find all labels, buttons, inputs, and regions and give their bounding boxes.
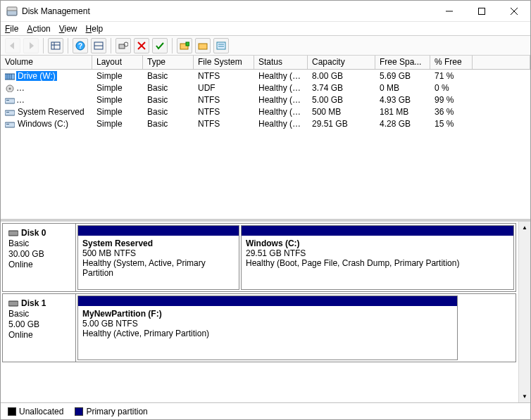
help-button[interactable]: ?	[73, 38, 88, 53]
svg-point-28	[9, 87, 11, 89]
disk-panel: Disk 0Basic30.00 GBOnlineSystem Reserved…	[1, 222, 530, 419]
disk-row: Disk 1Basic5.00 GBOnlineMyNewPartition (…	[2, 293, 516, 362]
window-title: Disk Management	[22, 6, 433, 16]
menu-view[interactable]: View	[59, 24, 77, 34]
drive-icon	[5, 72, 15, 80]
col-end[interactable]	[473, 56, 530, 69]
disk-label[interactable]: Disk 0Basic30.00 GBOnline	[3, 224, 76, 291]
svg-rect-18	[186, 42, 189, 46]
col-freespace[interactable]: Free Spa...	[375, 56, 430, 69]
table-row[interactable]: J_CCSA_X64FRE_E...SimpleBasicUDFHealthy …	[1, 82, 530, 94]
table-row[interactable]: System ReservedSimpleBasicNTFSHealthy (S…	[1, 106, 530, 117]
partition[interactable]: MyNewPartition (F:)5.00 GB NTFSHealthy (…	[77, 295, 458, 360]
toolbar: ?	[1, 36, 530, 56]
col-layout[interactable]: Layout	[92, 56, 143, 69]
drive-icon	[5, 84, 15, 92]
close-button[interactable]	[498, 1, 530, 22]
volume-table: Volume Layout Type File System Status Ca…	[1, 56, 530, 219]
svg-rect-35	[8, 231, 18, 236]
scrollbar[interactable]: ▲ ▼	[518, 222, 530, 402]
svg-rect-3	[479, 8, 485, 14]
partition-color-bar	[78, 226, 239, 236]
properties-button[interactable]	[213, 38, 229, 53]
menu-help[interactable]: Help	[86, 24, 104, 34]
table-row[interactable]: Windows (C:)SimpleBasicNTFSHealthy (B...…	[1, 117, 530, 129]
column-headers: Volume Layout Type File System Status Ca…	[1, 56, 530, 70]
svg-rect-6	[51, 42, 60, 49]
partition[interactable]: System Reserved500 MB NTFSHealthy (Syste…	[77, 225, 239, 290]
drive-icon	[5, 96, 15, 104]
menubar: File Action View Help	[1, 22, 530, 36]
svg-rect-29	[5, 98, 15, 103]
menu-file[interactable]: File	[5, 24, 18, 34]
col-filesystem[interactable]: File System	[194, 56, 254, 69]
legend-unallocated: Unallocated	[8, 407, 63, 416]
menu-action[interactable]: Action	[27, 24, 50, 34]
col-capacity[interactable]: Capacity	[308, 56, 375, 69]
minimize-button[interactable]	[433, 1, 466, 22]
drive-icon	[5, 120, 15, 128]
disk-row: Disk 0Basic30.00 GBOnlineSystem Reserved…	[2, 223, 516, 292]
svg-rect-32	[6, 112, 9, 113]
col-pctfree[interactable]: % Free	[430, 56, 473, 69]
settings-button[interactable]	[115, 38, 131, 53]
legend: Unallocated Primary partition	[1, 402, 530, 419]
new-folder-button[interactable]	[177, 38, 192, 53]
layout-button[interactable]	[91, 38, 106, 53]
svg-text:?: ?	[78, 42, 82, 50]
table-row[interactable]: MyNewPartition (F:)SimpleBasicNTFSHealth…	[1, 94, 530, 106]
view-mode-button[interactable]	[48, 38, 63, 53]
svg-rect-30	[6, 100, 9, 101]
forward-button[interactable]	[23, 38, 39, 53]
disk-icon	[8, 229, 18, 236]
table-row[interactable]: Drive (W:)SimpleBasicNTFSHealthy (A...8.…	[1, 70, 530, 82]
svg-rect-34	[6, 124, 9, 125]
drive-icon	[5, 108, 15, 116]
apply-button[interactable]	[152, 38, 168, 53]
disk-rows: Disk 0Basic30.00 GBOnlineSystem Reserved…	[1, 222, 530, 364]
back-button[interactable]	[5, 38, 20, 53]
disk-label[interactable]: Disk 1Basic5.00 GBOnline	[3, 294, 76, 362]
svg-rect-36	[8, 301, 18, 306]
partition-color-bar	[242, 226, 513, 236]
titlebar: Disk Management	[1, 1, 530, 22]
volume-rows: Drive (W:)SimpleBasicNTFSHealthy (A...8.…	[1, 70, 530, 219]
scroll-down-button[interactable]: ▼	[519, 390, 531, 402]
svg-rect-31	[5, 110, 15, 115]
delete-button[interactable]	[134, 38, 149, 53]
svg-rect-20	[217, 42, 225, 49]
legend-primary: Primary partition	[75, 407, 147, 416]
app-icon	[6, 6, 18, 17]
scroll-up-button[interactable]: ▲	[519, 222, 531, 234]
svg-rect-1	[7, 7, 17, 11]
disk-icon	[8, 300, 18, 307]
partition-color-bar	[78, 296, 457, 306]
col-volume[interactable]: Volume	[1, 56, 92, 69]
folder-button[interactable]	[195, 38, 211, 53]
partition[interactable]: Windows (C:)29.51 GB NTFSHealthy (Boot, …	[241, 225, 514, 290]
maximize-button[interactable]	[466, 1, 498, 22]
col-type[interactable]: Type	[143, 56, 194, 69]
svg-rect-23	[5, 74, 15, 79]
col-status[interactable]: Status	[254, 56, 308, 69]
svg-rect-19	[199, 44, 207, 49]
svg-rect-33	[5, 122, 15, 127]
